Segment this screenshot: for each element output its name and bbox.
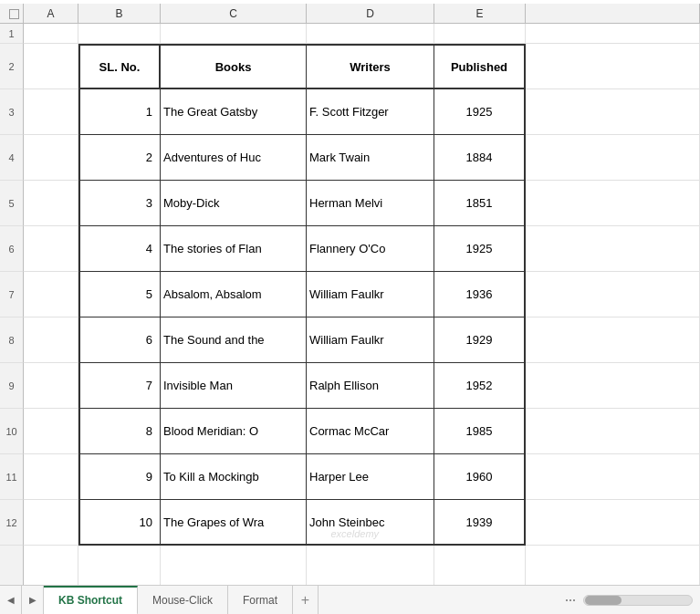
cell-e8[interactable]: 1929 [434,317,526,363]
cell-a1[interactable] [24,24,78,44]
cell-b10[interactable]: 8 [78,409,161,454]
cell-d11[interactable]: Harper Lee [307,454,434,500]
cell-c5[interactable]: Moby-Dick [161,181,307,226]
col-header-c[interactable]: C [161,4,307,24]
add-tab-button[interactable]: + [293,586,319,614]
cell-d2-header[interactable]: Writers [307,44,434,89]
cell-b4[interactable]: 2 [78,135,161,181]
cell-e5[interactable]: 1851 [434,181,526,226]
row-header-10[interactable]: 10 [0,409,24,454]
cell-b1[interactable] [78,24,161,44]
cell-a3[interactable] [24,89,78,135]
cell-d7[interactable]: William Faulkr [307,272,434,317]
cell-rest-11 [526,454,700,500]
cell-c6[interactable]: The stories of Flan [161,226,307,272]
cell-a11[interactable] [24,454,78,500]
col-header-rest [526,4,700,24]
cell-e4[interactable]: 1884 [434,135,526,181]
cell-c12[interactable]: The Grapes of Wra [161,500,307,546]
row4-year: 1925 [466,242,493,255]
row-header-9[interactable]: 9 [0,363,24,409]
cell-c10[interactable]: Blood Meridian: O [161,409,307,454]
cell-c7[interactable]: Absalom, Absalom [161,272,307,317]
cell-c13[interactable] [161,546,307,585]
cell-d3[interactable]: F. Scott Fitzger [307,89,434,135]
cell-c2-header[interactable]: Books [161,44,307,89]
cell-b3[interactable]: 1 [78,89,161,135]
row-header-7[interactable]: 7 [0,272,24,317]
row-header-1[interactable]: 1 [0,24,24,44]
cell-c11[interactable]: To Kill a Mockingb [161,454,307,500]
cell-b6[interactable]: 4 [78,226,161,272]
cell-a8[interactable] [24,317,78,363]
row4-book: The stories of Flan [163,242,262,255]
cell-b8[interactable]: 6 [78,317,161,363]
col-header-e[interactable]: E [434,4,526,24]
row-header-13[interactable] [0,546,24,585]
cell-a4[interactable] [24,135,78,181]
corner-cell [0,4,24,24]
cell-e12[interactable]: 1939 [434,500,526,546]
row-header-5[interactable]: 5 [0,181,24,226]
cell-d4[interactable]: Mark Twain [307,135,434,181]
row-header-11[interactable]: 11 [0,454,24,500]
cell-a5[interactable] [24,181,78,226]
col-header-a[interactable]: A [24,4,78,24]
tab-mouse-click[interactable]: Mouse-Click [138,586,228,614]
cell-d8[interactable]: William Faulkr [307,317,434,363]
cell-b9[interactable]: 7 [78,363,161,409]
cell-e6[interactable]: 1925 [434,226,526,272]
cell-c1[interactable] [161,24,307,44]
cell-b12[interactable]: 10 [78,500,161,546]
cell-a2[interactable] [24,44,78,89]
cell-e13[interactable] [434,546,526,585]
cell-c9[interactable]: Invisible Man [161,363,307,409]
row-header-12[interactable]: 12 [0,500,24,546]
cell-d13[interactable] [307,546,434,585]
cell-b7[interactable]: 5 [78,272,161,317]
cell-b5[interactable]: 3 [78,181,161,226]
cell-e3[interactable]: 1925 [434,89,526,135]
cell-e9[interactable]: 1952 [434,363,526,409]
horizontal-scrollbar[interactable] [583,595,693,606]
cell-d6[interactable]: Flannery O'Co [307,226,434,272]
excel-app: A B C D E 1 2 SL. No. Books [0,0,700,614]
tab-label-format: Format [243,594,277,607]
cell-c4[interactable]: Adventures of Huc [161,135,307,181]
cell-a13[interactable] [24,546,78,585]
cell-d5[interactable]: Herman Melvi [307,181,434,226]
cell-e7[interactable]: 1936 [434,272,526,317]
row-header-6[interactable]: 6 [0,226,24,272]
tab-nav-left[interactable]: ◀ [0,586,22,614]
cell-d10[interactable]: Cormac McCar [307,409,434,454]
row-header-2[interactable]: 2 [0,44,24,89]
cell-a7[interactable] [24,272,78,317]
cell-a6[interactable] [24,226,78,272]
col-header-d[interactable]: D [307,4,434,24]
tab-kb-shortcut[interactable]: KB Shortcut [44,586,138,614]
cell-d12[interactable]: John Steinbec [307,500,434,546]
cell-c8[interactable]: The Sound and the [161,317,307,363]
cell-d9[interactable]: Ralph Ellison [307,363,434,409]
cell-a10[interactable] [24,409,78,454]
cell-a9[interactable] [24,363,78,409]
row-header-8[interactable]: 8 [0,317,24,363]
cell-b11[interactable]: 9 [78,454,161,500]
cell-b13[interactable] [78,546,161,585]
scrollbar-thumb[interactable] [585,596,622,605]
cell-e2-header[interactable]: Published [434,44,526,89]
row-header-4[interactable]: 4 [0,135,24,181]
row3-book: Moby-Dick [163,196,219,210]
col-header-b[interactable]: B [78,4,161,24]
cell-b2-header[interactable]: SL. No. [78,44,161,89]
cell-e1[interactable] [434,24,526,44]
cell-c3[interactable]: The Great Gatsby [161,89,307,135]
row-header-3[interactable]: 3 [0,89,24,135]
tab-nav-right[interactable]: ▶ [22,586,44,614]
more-sheets-button[interactable]: ⋯ [561,592,580,609]
cell-a12[interactable] [24,500,78,546]
cell-d1[interactable] [307,24,434,44]
cell-e10[interactable]: 1985 [434,409,526,454]
cell-e11[interactable]: 1960 [434,454,526,500]
tab-format[interactable]: Format [228,586,293,614]
